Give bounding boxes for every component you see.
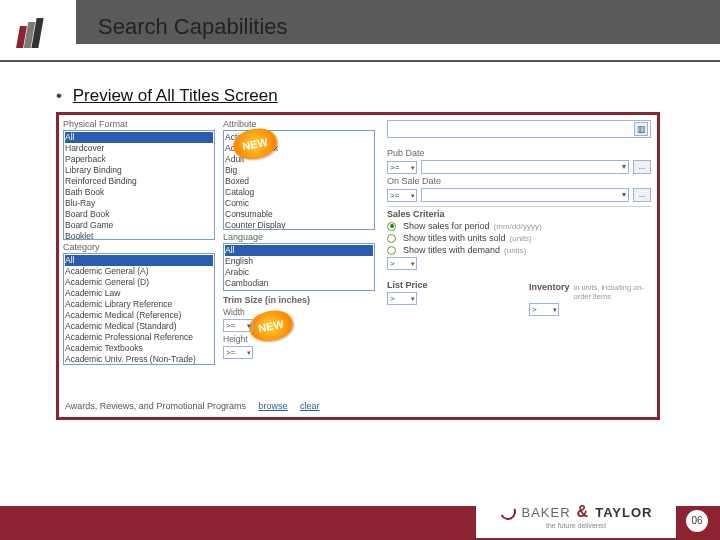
list-item[interactable]: All [225,245,373,256]
list-item[interactable]: Academic Univ. Press (Non-Trade) [65,354,213,365]
inventory-label: Inventory [529,280,570,292]
awards-clear-link[interactable]: clear [300,401,320,411]
sales-opt1-hint: (mm/dd/yyyy) [494,222,542,231]
trim-label: Trim Size (in inches) [223,295,375,305]
slide-footer: BAKER & TAYLOR the future delivered 06 [0,488,720,540]
onsale-picker-button[interactable]: ... [633,188,651,202]
trim-width-label: Width [223,307,375,317]
brand-tagline: the future delivered [546,522,606,529]
list-item[interactable]: Library Binding [65,165,213,176]
brand-part2: TAYLOR [595,505,652,520]
sales-opt1-text: Show sales for period [403,221,490,231]
sales-opt3-text: Show titles with demand [403,245,500,255]
awards-label: Awards, Reviews, and Promotional Program… [65,401,246,411]
list-item[interactable]: Board Game [65,220,213,231]
baker-taylor-logo: BAKER & TAYLOR [500,503,653,521]
radio-icon[interactable] [387,222,396,231]
col-right: ▥ Pub Date >= ... On Sale Date >= ... Sa… [379,115,657,417]
list-item[interactable]: Academic Law [65,288,213,299]
list-item[interactable]: Paperback [65,154,213,165]
header-divider [0,60,720,62]
bullet-item: • Preview of All Titles Screen [56,86,664,106]
inventory-hint: in units, including on-order items [574,283,651,301]
bullet-text: Preview of All Titles Screen [73,86,278,105]
list-item[interactable]: Boxed [225,176,373,187]
physical-format-label: Physical Format [63,119,215,129]
pubdate-label: Pub Date [387,148,651,158]
trim-size-group: Trim Size (in inches) Width >= Height >= [223,295,375,359]
col-physical-category: Physical Format All Hardcover Paperback … [59,115,219,417]
physical-format-listbox[interactable]: All Hardcover Paperback Library Binding … [63,130,215,240]
pubdate-input[interactable] [421,160,629,174]
sales-opt-period[interactable]: Show sales for period (mm/dd/yyyy) [387,221,651,231]
language-label: Language [223,232,375,242]
bullet-dot-icon: • [56,86,62,105]
slide-title: Search Capabilities [98,14,288,40]
list-item[interactable]: Academic Medical (Reference) [65,310,213,321]
list-item[interactable]: Academic Library Reference [65,299,213,310]
sales-opt2-text: Show titles with units sold [403,233,506,243]
page-number: 06 [686,510,708,532]
attribute-label: Attribute [223,119,375,129]
list-item[interactable]: Board Book [65,209,213,220]
list-item[interactable]: Bath Book [65,187,213,198]
list-item[interactable]: English [225,256,373,267]
list-item[interactable]: Reinforced Binding [65,176,213,187]
list-item[interactable]: Catalog [225,187,373,198]
list-item[interactable]: Counter Display [225,220,373,230]
history-dropdown-icon[interactable]: ▥ [634,122,648,136]
trim-height-op[interactable]: >= [223,346,253,359]
list-item[interactable]: Cambodian [225,278,373,289]
list-item[interactable]: Hardcover [65,143,213,154]
list-item[interactable]: Academic Medical (Standard) [65,321,213,332]
list-item[interactable]: Consumable [225,209,373,220]
category-label: Category [63,242,215,252]
list-item[interactable]: Big [225,165,373,176]
list-item[interactable]: Arabic [225,267,373,278]
list-item[interactable]: Booklet [65,231,213,240]
sales-opt-units[interactable]: Show titles with units sold (units) [387,233,651,243]
sales-opt-demand[interactable]: Show titles with demand (units) [387,245,651,255]
slide-header: Search Capabilities [0,0,720,66]
sales-op[interactable]: > [387,257,417,270]
list-item[interactable]: All [65,132,213,143]
sales-opt2-hint: (units) [510,234,532,243]
trim-width-op[interactable]: >= [223,319,253,332]
onsale-input[interactable] [421,188,629,202]
radio-icon[interactable] [387,246,396,255]
awards-browse-link[interactable]: browse [258,401,287,411]
col-attribute-language: Attribute Activity Address Book Adult Bi… [219,115,379,417]
list-item[interactable]: All [65,255,213,266]
onsale-op[interactable]: >= [387,189,417,202]
brand-amp: & [577,503,590,521]
search-history-field[interactable]: ▥ [387,120,651,138]
list-item[interactable]: Academic Professional Reference [65,332,213,343]
brand-logo-icon [18,18,54,54]
category-listbox[interactable]: All Academic General (A) Academic Genera… [63,253,215,365]
trim-height-label: Height [223,334,375,344]
brand-part1: BAKER [522,505,571,520]
inventory-op[interactable]: > [529,303,559,316]
list-item[interactable]: Academic General (D) [65,277,213,288]
pubdate-picker-button[interactable]: ... [633,160,651,174]
list-item[interactable]: Comic [225,198,373,209]
radio-icon[interactable] [387,234,396,243]
pubdate-op[interactable]: >= [387,161,417,174]
language-listbox[interactable]: All English Arabic Cambodian [223,243,375,291]
onsale-label: On Sale Date [387,176,651,186]
swoosh-icon [497,502,518,523]
list-item[interactable]: Blu-Ray [65,198,213,209]
sales-criteria-label: Sales Criteria [387,206,651,219]
listprice-op[interactable]: > [387,292,417,305]
footer-brand: BAKER & TAYLOR the future delivered [478,496,674,536]
all-titles-screenshot: NEW NEW Physical Format All Hardcover Pa… [56,112,660,420]
list-item[interactable]: Academic Textbooks [65,343,213,354]
slide-content: • Preview of All Titles Screen NEW NEW P… [0,66,720,420]
listprice-label: List Price [387,278,509,290]
awards-row: Awards, Reviews, and Promotional Program… [65,401,319,411]
list-item[interactable]: Academic General (A) [65,266,213,277]
sales-opt3-hint: (units) [504,246,526,255]
